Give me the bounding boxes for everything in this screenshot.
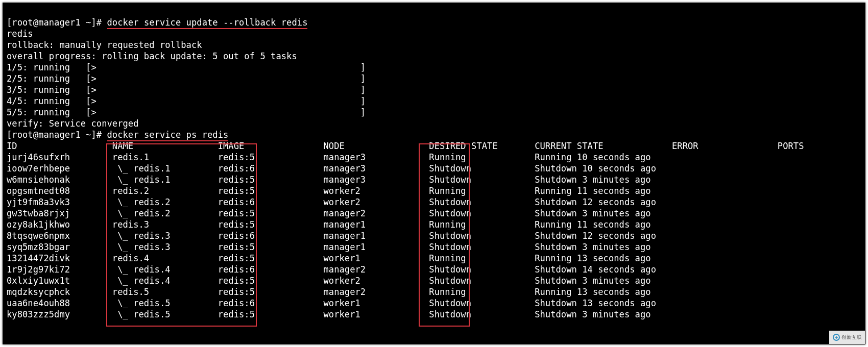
progress-line-1: 1/5: running [> ]: [7, 62, 366, 72]
prompt-2: [root@manager1 ~]# docker service ps red…: [7, 130, 228, 141]
progress-line-4: 4/5: running [> ]: [7, 96, 366, 106]
table-header-row: ID NAME IMAGE NODE DESIRED STATE CURRENT…: [7, 141, 804, 151]
prompt-1: [root@manager1 ~]# docker service update…: [7, 17, 307, 29]
progress-line-3: 3/5: running [> ]: [7, 85, 366, 95]
command-1-underlined: docker service update --rollback redis: [107, 17, 308, 29]
output-line: overall progress: rolling back update: 5…: [7, 51, 297, 61]
table-rows-container: jurj46sufxrh redis.1 redis:5 manager3 Ru…: [7, 152, 778, 319]
progress-line-5: 5/5: running [> ]: [7, 107, 366, 117]
watermark-text: 创新互联: [841, 334, 862, 341]
output-line: redis: [7, 29, 33, 39]
output-line: rollback: manually requested rollback: [7, 40, 202, 50]
verify-line: verify: Service converged: [7, 118, 139, 129]
command-2-underlined: docker service ps redis: [107, 130, 229, 141]
watermark-badge: 创新互联: [829, 331, 865, 344]
terminal-window[interactable]: [root@manager1 ~]# docker service update…: [3, 3, 865, 344]
progress-line-2: 2/5: running [> ]: [7, 73, 366, 84]
